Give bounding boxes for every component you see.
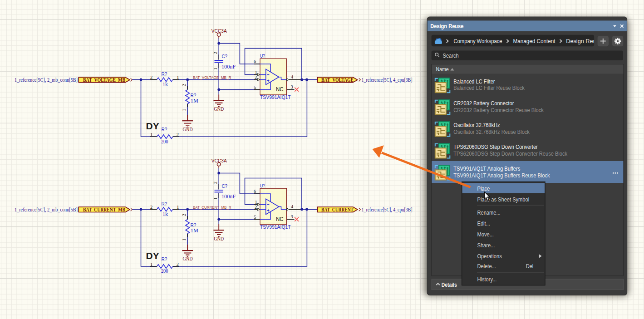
svg-text:1: 1 [177, 205, 179, 210]
svg-text:2: 2 [182, 214, 187, 216]
svg-text:Details: Details [442, 282, 457, 288]
svg-text:TPS62060DSG Step Down Converte: TPS62060DSG Step Down Converter [453, 144, 538, 150]
svg-text:2: 2 [150, 75, 152, 80]
svg-text:1M: 1M [191, 98, 198, 104]
svg-text:C?: C? [222, 54, 228, 59]
svg-text:Move...: Move... [477, 231, 494, 238]
svg-text:U?: U? [260, 53, 265, 59]
svg-text:BAT_CURRENT_MB: BAT_CURRENT_MB [83, 206, 125, 213]
svg-text:3: 3 [290, 84, 293, 89]
svg-text:Edit...: Edit... [477, 221, 490, 227]
svg-text:Design Reuse: Design Reuse [430, 23, 463, 29]
svg-text:1k: 1k [162, 211, 168, 217]
svg-text:1: 1 [150, 132, 152, 137]
svg-text:Place: Place [477, 186, 490, 192]
svg-text:1: 1 [182, 239, 187, 241]
svg-text:200: 200 [161, 268, 168, 274]
svg-text:TPS62060DSG Step Down Converte: TPS62060DSG Step Down Converter Reuse Bl… [453, 151, 567, 157]
svg-text:1: 1 [255, 200, 257, 205]
svg-text:BAT_VOLTAGE_MB_R: BAT_VOLTAGE_MB_R [193, 75, 231, 80]
svg-text:BAT_VOLTAGE: BAT_VOLTAGE [321, 77, 354, 83]
svg-text:R?: R? [162, 127, 167, 132]
svg-text:DY: DY [146, 121, 159, 131]
svg-text:5: 5 [254, 215, 256, 220]
svg-text:BAT_VOLTAGE_MB: BAT_VOLTAGE_MB [83, 77, 125, 83]
svg-text:NC: NC [276, 86, 284, 93]
svg-text:R?: R? [162, 256, 167, 262]
svg-text:CR2032 Battery Connector: CR2032 Battery Connector [453, 100, 514, 107]
svg-text:1_reference[5C], 2_mb_conn[5B]: 1_reference[5C], 2_mb_conn[5B] [15, 206, 78, 213]
svg-text:4: 4 [291, 74, 293, 79]
svg-text:Balanced LC Filter Reuse Block: Balanced LC Filter Reuse Block [453, 85, 525, 91]
svg-text:R?: R? [191, 93, 197, 98]
svg-text:R?: R? [191, 222, 197, 228]
svg-text:NC: NC [276, 216, 284, 222]
svg-text:6: 6 [254, 59, 256, 64]
svg-text:1k: 1k [162, 81, 168, 88]
svg-text:Share...: Share... [477, 242, 495, 249]
svg-text:4: 4 [291, 204, 293, 209]
svg-text:TSV991AIQ1T: TSV991AIQ1T [260, 224, 291, 230]
svg-text:6: 6 [254, 189, 256, 194]
svg-text:BAT_CURRENT_MB_R: BAT_CURRENT_MB_R [193, 205, 231, 210]
svg-text:Delete...: Delete... [477, 263, 496, 270]
svg-text:U?: U? [260, 183, 265, 188]
svg-text:100nF: 100nF [221, 193, 236, 200]
svg-text:1: 1 [255, 70, 257, 75]
svg-text:Del: Del [526, 263, 534, 270]
svg-text:2: 2 [150, 205, 152, 210]
svg-text:TSV991AIQ1T Analog Buffers: TSV991AIQ1T Analog Buffers [453, 166, 520, 172]
svg-text:1_reference[5C], 4_cpu[3B]: 1_reference[5C], 4_cpu[3B] [362, 76, 413, 83]
svg-text:VCC3A: VCC3A [211, 28, 227, 34]
svg-text:BAT_CURRENT: BAT_CURRENT [321, 206, 354, 213]
svg-text:2: 2 [255, 205, 257, 210]
svg-text:200: 200 [161, 138, 168, 145]
svg-text:History...: History... [477, 276, 497, 283]
svg-text:Rename...: Rename... [477, 210, 501, 216]
svg-text:VCC3A: VCC3A [211, 158, 227, 163]
svg-text:2: 2 [177, 262, 179, 267]
svg-text:1_reference[5C], 2_mb_conn[5B]: 1_reference[5C], 2_mb_conn[5B] [15, 76, 78, 83]
svg-text:Search: Search [443, 53, 459, 59]
svg-text:1: 1 [182, 109, 187, 111]
svg-text:1: 1 [213, 197, 218, 200]
svg-text:DY: DY [146, 250, 159, 261]
svg-text:5: 5 [254, 85, 256, 90]
svg-text:1: 1 [213, 68, 218, 70]
svg-text:100nF: 100nF [221, 64, 236, 70]
svg-text:GND: GND [214, 106, 224, 112]
svg-text:GND: GND [214, 236, 224, 242]
svg-text:TSV991AIQ1T: TSV991AIQ1T [260, 94, 291, 100]
svg-text:CR2032 Battery Connector Reuse: CR2032 Battery Connector Reuse Block [453, 107, 544, 113]
svg-text:Oscillator 32.768kHz Reuse Blo: Oscillator 32.768kHz Reuse Block [453, 129, 530, 135]
svg-text:TSV991AIQ1T Analog Buffers Reu: TSV991AIQ1T Analog Buffers Reuse Block [453, 172, 550, 179]
svg-text:1: 1 [177, 75, 179, 80]
svg-text:Operations: Operations [477, 253, 502, 260]
svg-text:R?: R? [162, 201, 167, 206]
svg-text:Oscillator 32.768kHz: Oscillator 32.768kHz [453, 122, 500, 128]
svg-text:1M: 1M [191, 227, 198, 234]
svg-text:Name: Name [436, 66, 449, 73]
svg-text:1: 1 [150, 262, 152, 267]
svg-text:2: 2 [255, 75, 257, 80]
svg-text:Company Workspace: Company Workspace [454, 38, 502, 44]
svg-text:Managed Content: Managed Content [513, 38, 556, 44]
svg-text:C?: C? [222, 183, 228, 189]
svg-text:GND: GND [183, 255, 193, 262]
svg-text:2: 2 [177, 132, 179, 137]
svg-text:R?: R? [162, 71, 167, 77]
svg-text:1_reference[5C], 4_cpu[3B]: 1_reference[5C], 4_cpu[3B] [362, 206, 413, 213]
svg-text:2: 2 [182, 84, 187, 86]
svg-text:2: 2 [213, 182, 218, 184]
svg-text:2: 2 [213, 52, 218, 54]
svg-text:Balanced LC Filter: Balanced LC Filter [453, 79, 495, 85]
svg-text:GND: GND [183, 126, 193, 133]
svg-text:3: 3 [290, 214, 293, 219]
